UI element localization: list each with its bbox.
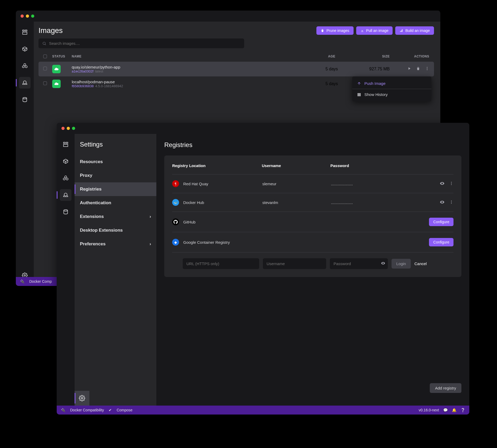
containers-icon[interactable] [19,43,31,55]
svg-rect-14 [64,144,68,147]
image-meta: 4.5.0-1681486942 [95,84,123,88]
row-checkbox[interactable] [43,81,47,85]
login-button[interactable]: Login [392,259,411,269]
show-history-menuitem[interactable]: Show History [352,89,431,100]
svg-point-16 [81,397,83,399]
svg-rect-11 [358,95,361,96]
chevron-right-icon: › [149,214,151,219]
cloud-icon [52,80,61,88]
pull-label: Pull an image [366,28,389,33]
registry-password: .................... [331,182,440,186]
images-icon[interactable] [19,77,31,89]
plug-icon: 🔌 [61,408,65,412]
url-input[interactable] [183,258,259,269]
build-label: Build an image [405,28,430,33]
eye-icon[interactable] [381,261,385,266]
cancel-button[interactable]: Cancel [414,261,427,266]
nav-resources[interactable]: Resources [75,155,156,169]
nav-registries[interactable]: Registries [75,182,156,196]
push-image-menuitem[interactable]: Push Image [352,78,431,89]
settings-nav: Settings Resources Proxy Registries Auth… [75,134,156,406]
play-icon[interactable] [407,66,411,72]
chat-icon[interactable]: 💬 [443,408,448,412]
configure-button[interactable]: Configure [429,218,453,226]
add-registry-form: Login Cancel [172,252,453,269]
nav-preferences[interactable]: Preferences› [75,237,156,251]
volumes-icon[interactable] [60,206,71,218]
prune-label: Prune images [326,28,349,33]
gcr-icon: ◆ [172,239,179,246]
settings-main: Registries Registry Location Username Pa… [156,134,469,406]
kebab-icon[interactable] [449,200,453,205]
build-image-button[interactable]: Build an image [395,26,434,35]
pull-image-button[interactable]: Pull an image [356,26,393,35]
col-status: STATUS [52,55,72,59]
svg-rect-12 [64,142,65,144]
svg-point-6 [427,67,428,68]
row-checkbox[interactable] [43,67,47,70]
registry-name: Google Container Registry [183,240,429,245]
bell-icon[interactable]: 🔔 [452,408,456,412]
maximize-icon[interactable] [72,127,75,130]
prune-images-button[interactable]: Prune images [316,26,353,35]
settings-gear-icon[interactable] [75,391,89,406]
eye-icon[interactable] [440,181,445,187]
kebab-icon[interactable] [425,66,429,72]
close-icon[interactable] [61,127,65,130]
col-actions: ACTIONS [390,55,429,59]
select-all-checkbox[interactable] [43,55,47,58]
settings-title: Settings [75,141,156,155]
registry-row: ◆ Google Container Registry Configure [172,232,453,252]
username-input[interactable] [263,258,326,269]
pods-icon[interactable] [19,60,31,72]
image-row[interactable]: quay.io/slemeur/python-app a1ec26a0302fl… [38,62,434,76]
svg-rect-9 [358,93,361,94]
svg-rect-10 [358,94,361,95]
containers-icon[interactable] [60,155,71,167]
maximize-icon[interactable] [31,14,34,18]
nav-proxy[interactable]: Proxy [75,169,156,182]
docker-compat-label: Docker Comp [29,279,52,284]
registries-card: Registry Location Username Password ¶ Re… [164,155,461,277]
kebab-icon[interactable] [449,181,453,186]
password-input[interactable] [330,258,381,269]
svg-point-5 [43,42,45,44]
svg-point-19 [451,184,452,185]
volumes-icon[interactable] [19,94,31,105]
dashboard-icon[interactable] [60,139,71,150]
svg-rect-0 [23,30,24,31]
version-label: v0.16.0-next [419,408,439,412]
trash-icon[interactable] [416,66,420,72]
svg-point-21 [451,202,452,202]
col-size: SIZE [350,55,390,59]
registry-name: Red Hat Quay [183,182,262,186]
search-input[interactable] [49,41,240,46]
image-age: 5 days [313,67,350,71]
image-meta: latest [95,69,103,73]
statusbar: 🔌 Docker Compatibility ✔ Compose v0.16.0… [57,406,469,415]
registry-password: .................... [331,200,440,205]
nav-authentication[interactable]: Authentication [75,196,156,210]
cloud-icon [52,65,61,73]
settings-window: Settings Resources Proxy Registries Auth… [57,123,469,415]
registry-name: GitHub [183,220,429,224]
help-icon[interactable]: ❔ [461,408,465,412]
history-label: Show History [364,92,388,97]
col-name: NAME [72,55,313,59]
minimize-icon[interactable] [67,127,70,130]
add-registry-button[interactable]: Add registry [430,383,461,393]
svg-rect-2 [23,32,27,34]
search-input-wrap[interactable] [38,38,244,48]
svg-point-8 [427,69,428,70]
eye-icon[interactable] [440,200,445,205]
image-context-menu: Push Image Show History [352,76,431,101]
minimize-icon[interactable] [26,14,29,18]
dashboard-icon[interactable] [19,26,31,38]
images-icon[interactable] [60,189,71,201]
configure-button[interactable]: Configure [429,238,453,246]
nav-extensions[interactable]: Extensions› [75,210,156,223]
registry-row: GitHub Configure [172,212,453,232]
pods-icon[interactable] [60,172,71,184]
nav-desktop-extensions[interactable]: Desktop Extensions [75,223,156,237]
close-icon[interactable] [21,14,24,18]
